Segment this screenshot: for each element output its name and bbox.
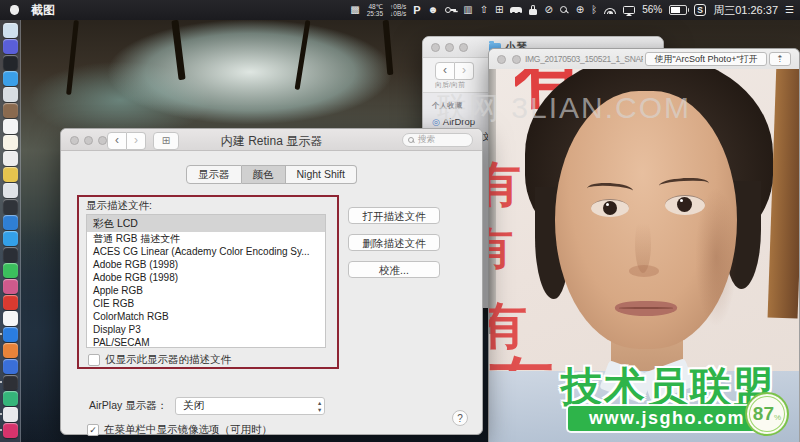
dock-icon-sports-app[interactable] — [3, 407, 18, 422]
profile-row[interactable]: PAL/SECAM — [87, 336, 325, 348]
dock-icon-netease-music[interactable] — [3, 295, 18, 310]
compass-icon[interactable]: ⊘ — [544, 5, 552, 15]
dock-icon-camera-app[interactable] — [3, 375, 18, 390]
profile-row[interactable]: 普通 RGB 描述文件 — [87, 232, 325, 245]
profile-row[interactable]: Adobe RGB (1998) — [87, 258, 325, 271]
dock-icon-wechat[interactable] — [3, 263, 18, 278]
prefs-titlebar[interactable]: ‹ › ⊞ 内建 Retina 显示器 搜索 — [61, 129, 482, 151]
tab-color[interactable]: 颜色 — [242, 165, 286, 184]
dock-icon-app-pink[interactable] — [3, 423, 18, 438]
only-this-display-option[interactable]: 仅显示此显示器的描述文件 — [88, 353, 231, 367]
delete-profile-button[interactable]: 删除描述文件 — [348, 234, 440, 251]
dock-icon-app-orange[interactable] — [3, 343, 18, 358]
open-with-arcsoft-button[interactable]: 使用"ArcSoft Photo+"打开 — [645, 52, 767, 66]
active-app-name[interactable]: 截图 — [31, 2, 55, 19]
display-profile-list[interactable]: 彩色 LCD 普通 RGB 描述文件ACES CG Linear (Academ… — [86, 214, 326, 348]
dock-icon-notes[interactable] — [3, 135, 18, 150]
dither-status-icon[interactable]: ▩ — [350, 5, 359, 15]
stepper-arrows: ▴▾ — [318, 399, 321, 413]
notification-center-icon[interactable]: ☰ — [785, 5, 794, 15]
3lian-watermark: 联网 3LIAN.COM — [437, 88, 691, 129]
photo-titlebar[interactable]: IMG_20170503_150521_1_SNAP.j... 使用"ArcSo… — [489, 49, 799, 70]
apple-menu-icon[interactable] — [10, 5, 19, 15]
displays-preferences-window: ‹ › ⊞ 内建 Retina 显示器 搜索 显示器 颜色 Night Shif… — [60, 128, 483, 435]
mouth — [615, 301, 677, 316]
tree-silhouette — [66, 20, 79, 95]
close-button[interactable] — [431, 43, 440, 52]
dock-icon-maps[interactable] — [3, 167, 18, 182]
airplay-display-icon[interactable] — [623, 6, 635, 14]
spotlight-search-icon[interactable] — [560, 6, 569, 15]
menu-clock[interactable]: 周三01:26:37 — [713, 5, 778, 15]
airplay-display-label: AirPlay 显示器： — [89, 399, 167, 413]
dock-icon-siri[interactable] — [3, 39, 18, 54]
calibrate-button[interactable]: 校准... — [348, 261, 440, 278]
bluetooth-icon[interactable]: ᛒ — [591, 5, 597, 15]
zoom-button[interactable] — [459, 43, 468, 52]
photo-filename: IMG_20170503_150521_1_SNAP.j... — [525, 54, 643, 64]
car-app-icon[interactable] — [510, 7, 522, 13]
forward-button[interactable]: › — [455, 62, 474, 80]
dock-icon-facetime[interactable] — [3, 215, 18, 230]
dock-icon-safari[interactable] — [3, 71, 18, 86]
airplay-display-dropdown[interactable]: 关闭 ▴▾ — [175, 397, 325, 415]
dock-icon-itunes[interactable] — [3, 311, 18, 326]
selected-profile-row[interactable]: 彩色 LCD — [87, 215, 325, 232]
dock-icon-reminders[interactable] — [3, 151, 18, 166]
tree-silhouette — [295, 20, 311, 90]
p-app-icon[interactable]: P — [413, 5, 420, 15]
face-app-icon[interactable]: ☻ — [428, 5, 439, 15]
tab-night-shift[interactable]: Night Shift — [286, 165, 357, 184]
input-method-icon[interactable]: S — [694, 4, 706, 16]
dock-icon-mail[interactable] — [3, 87, 18, 102]
battery-icon[interactable] — [669, 5, 687, 15]
key-icon[interactable] — [445, 7, 456, 13]
profile-row[interactable]: CIE RGB — [87, 297, 325, 310]
help-button[interactable]: ? — [452, 410, 468, 426]
temperature-status[interactable]: 48℃ 25:35 — [367, 3, 383, 17]
wooden-door-frame — [768, 69, 799, 318]
dock-icon-messages[interactable] — [3, 231, 18, 246]
profile-row[interactable]: Display P3 — [87, 323, 325, 336]
wall-banner-character: 有 — [489, 227, 513, 271]
dock-icon-app-blue[interactable] — [3, 359, 18, 374]
dock-icon-browser-c[interactable] — [3, 327, 18, 342]
network-speed-status[interactable]: ↑0B/s ↓0B/s — [390, 3, 406, 17]
minimize-button[interactable] — [445, 43, 454, 52]
dock-icon-app-green[interactable] — [3, 391, 18, 406]
dock-icon-photos-flower[interactable] — [3, 279, 18, 294]
columns-icon[interactable]: ▥ — [463, 5, 472, 15]
globe-icon[interactable]: ⊕ — [576, 5, 584, 15]
profile-list-items: 普通 RGB 描述文件ACES CG Linear (Academy Color… — [87, 232, 325, 348]
dock-icon-photo-booth[interactable] — [3, 199, 18, 214]
tree-silhouette — [171, 20, 185, 80]
profile-row[interactable]: ColorMatch RGB — [87, 310, 325, 323]
battery-percentage: 56% — [642, 5, 662, 15]
back-button[interactable]: ‹ — [435, 62, 455, 80]
show-mirroring-option[interactable]: ✓ 在菜单栏中显示镜像选项（可用时） — [87, 423, 272, 437]
profile-row[interactable]: Adobe RGB (1998) — [87, 271, 325, 284]
upload-icon[interactable]: ⇧ — [480, 5, 488, 15]
jsgho-watermark-url: www.jsgho.com — [568, 406, 766, 431]
profile-row[interactable]: Apple RGB — [87, 284, 325, 297]
checkbox-unchecked[interactable] — [88, 354, 100, 366]
dock-icon-calendar[interactable] — [3, 119, 18, 134]
lock-icon[interactable] — [529, 9, 537, 15]
dock-icon-finder[interactable] — [3, 23, 18, 38]
minimize-button[interactable] — [512, 55, 521, 64]
share-button[interactable]: ⇡ — [769, 52, 791, 66]
search-field[interactable]: 搜索 — [402, 133, 473, 147]
dock-icon-launchpad[interactable] — [3, 55, 18, 70]
menu-bar: 截图 ▩ 48℃ 25:35 ↑0B/s ↓0B/s P ☻ ▥ ⇧ ⊞ ⊘ ⊕… — [0, 0, 800, 20]
wifi-icon[interactable] — [604, 6, 616, 14]
grid-app-icon[interactable]: ⊞ — [495, 5, 503, 15]
dock-icon-app-dark[interactable] — [3, 247, 18, 262]
dock-icon-contacts[interactable] — [3, 103, 18, 118]
open-profile-button[interactable]: 打开描述文件 — [348, 207, 440, 224]
close-button[interactable] — [497, 55, 506, 64]
checkbox-checked[interactable]: ✓ — [87, 424, 99, 436]
battery-badge: 87% — [745, 392, 789, 436]
dock-icon-photos-app[interactable] — [3, 183, 18, 198]
profile-row[interactable]: ACES CG Linear (Academy Color Encoding S… — [87, 245, 325, 258]
tab-display[interactable]: 显示器 — [186, 165, 242, 184]
